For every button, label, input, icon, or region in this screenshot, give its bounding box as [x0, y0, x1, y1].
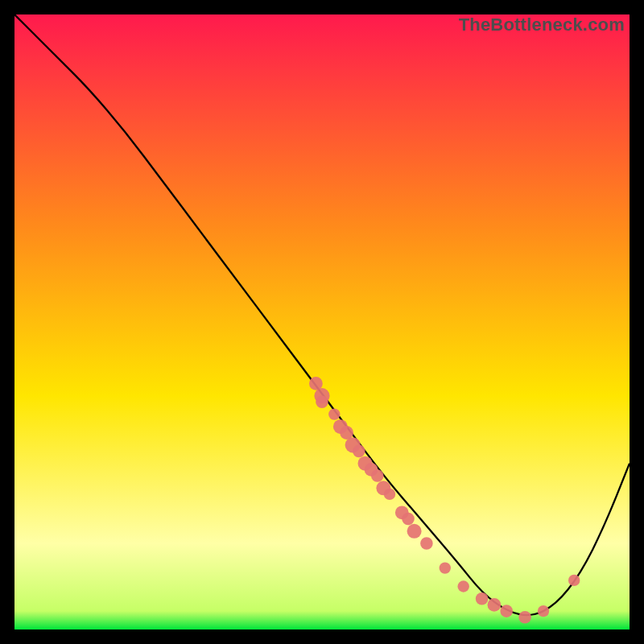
- data-point: [420, 537, 433, 550]
- data-point: [476, 592, 489, 605]
- data-point: [518, 611, 531, 624]
- data-point: [500, 605, 513, 617]
- data-point: [316, 396, 328, 409]
- data-point: [538, 605, 549, 617]
- data-point: [371, 469, 384, 482]
- data-point: [568, 575, 580, 586]
- data-point: [440, 562, 451, 573]
- watermark-text: TheBottleneck.com: [459, 14, 625, 35]
- data-point: [328, 408, 340, 419]
- data-point: [353, 445, 365, 458]
- data-point: [407, 524, 422, 539]
- gradient-background: [14, 14, 630, 630]
- chart-frame: TheBottleneck.com: [14, 14, 630, 630]
- data-point: [384, 489, 395, 500]
- data-point: [458, 580, 469, 592]
- data-point: [402, 513, 415, 526]
- data-point: [488, 598, 502, 612]
- chart-svg: [14, 14, 630, 630]
